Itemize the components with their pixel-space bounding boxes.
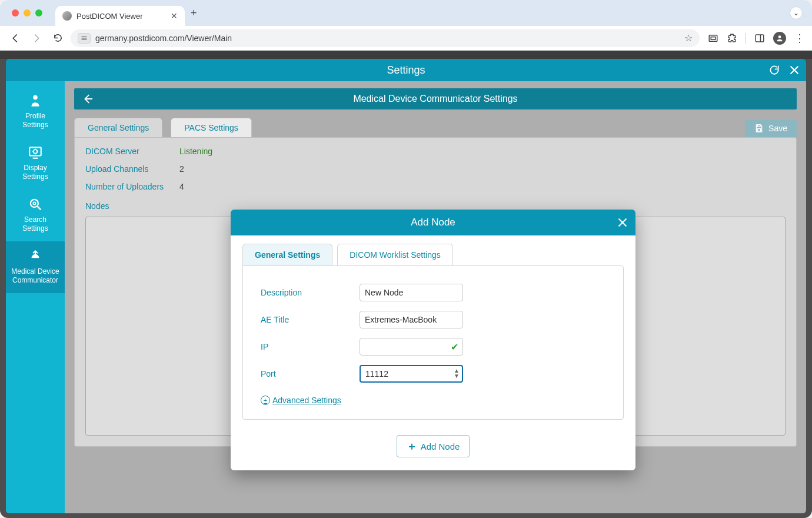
tab-general-settings[interactable]: General Settings: [74, 118, 162, 137]
url-bar[interactable]: germany.postdicom.com/Viewer/Main ☆: [71, 29, 700, 47]
tab-node-general[interactable]: General Settings: [242, 244, 332, 265]
upload-channels-label: Upload Channels: [85, 164, 179, 174]
upload-channels-value: 2: [179, 164, 184, 174]
nav-reload-button[interactable]: [49, 30, 66, 47]
sidebar-item-label: Profile Settings: [22, 112, 48, 130]
save-icon: [754, 124, 764, 133]
browser-tabstrip: PostDICOM Viewer ✕ + ⌄: [0, 0, 812, 26]
aetitle-label: AE Title: [261, 315, 360, 324]
svg-rect-1: [711, 36, 716, 39]
plus-icon: ＋: [407, 439, 417, 453]
sidebar-item-search[interactable]: Search Settings: [6, 190, 65, 241]
add-node-title: Add Node: [411, 217, 455, 228]
sidebar-item-mdc[interactable]: Medical Device Communicator: [6, 241, 65, 293]
svg-rect-11: [757, 129, 760, 131]
sidebar-item-label: Display Settings: [22, 164, 48, 181]
nav-forward-button[interactable]: [28, 30, 45, 47]
uploaders-value: 4: [179, 182, 184, 191]
save-button[interactable]: Save: [745, 119, 797, 137]
url-text: germany.postdicom.com/Viewer/Main: [95, 34, 232, 43]
add-node-button[interactable]: ＋ Add Node: [397, 435, 470, 457]
plus-circle-icon: +: [261, 396, 270, 405]
sidebar-item-display[interactable]: Display Settings: [6, 138, 65, 190]
dicom-server-value: Listening: [179, 147, 212, 156]
settings-title: Settings: [387, 64, 425, 77]
description-label: Description: [261, 288, 360, 297]
modal-close-icon[interactable]: [617, 210, 628, 235]
settings-header: Settings: [6, 59, 806, 81]
back-arrow-icon[interactable]: [81, 88, 94, 109]
extensions-icon[interactable]: [727, 33, 737, 44]
window-close-icon[interactable]: [12, 9, 19, 16]
svg-rect-10: [757, 125, 760, 127]
tab-node-worklist[interactable]: DICOM Worklist Settings: [337, 244, 453, 265]
browser-toolbar: germany.postdicom.com/Viewer/Main ☆ ⋮: [0, 26, 812, 51]
star-icon[interactable]: ☆: [684, 32, 693, 44]
tab-close-icon[interactable]: ✕: [171, 11, 178, 21]
aetitle-input[interactable]: [360, 311, 463, 328]
advanced-settings-link[interactable]: + Advanced Settings: [261, 396, 605, 405]
tab-title: PostDICOM Viewer: [76, 12, 142, 21]
close-icon[interactable]: [788, 64, 800, 76]
stepper-icon[interactable]: ▲▼: [454, 368, 460, 378]
tabstrip-chevron-icon[interactable]: ⌄: [790, 6, 803, 19]
settings-sub-title: Medical Device Communicator Settings: [353, 94, 517, 104]
window-maximize-icon[interactable]: [35, 9, 42, 16]
sidebar-item-label: Medical Device Communicator: [11, 267, 59, 285]
add-node-modal: Add Node General Settings DICOM Worklist…: [231, 210, 635, 470]
browser-tab[interactable]: PostDICOM Viewer ✕: [55, 6, 185, 26]
kebab-menu-icon[interactable]: ⋮: [794, 32, 805, 45]
port-input[interactable]: [360, 365, 463, 383]
svg-rect-0: [709, 35, 717, 41]
svg-rect-6: [29, 147, 41, 155]
uploaders-label: Number of Uploaders: [85, 182, 179, 191]
add-node-form: Description AE Title IP ✔: [242, 265, 624, 420]
sidebar-item-profile[interactable]: Profile Settings: [6, 86, 65, 138]
description-input[interactable]: [360, 284, 463, 301]
tab-pacs-settings[interactable]: PACS Settings: [171, 118, 252, 137]
svg-point-9: [33, 202, 35, 204]
site-info-icon[interactable]: [78, 33, 91, 44]
port-label: Port: [261, 369, 360, 378]
dicom-server-label: DICOM Server: [85, 147, 179, 156]
ip-label: IP: [261, 342, 360, 351]
refresh-icon[interactable]: [768, 64, 780, 76]
settings-sidebar: Profile Settings Display Settings Search…: [6, 81, 65, 513]
favicon-icon: [62, 11, 72, 21]
window-controls: [6, 9, 46, 16]
sidebar-item-label: Search Settings: [22, 215, 48, 233]
svg-rect-2: [756, 35, 764, 42]
svg-point-7: [34, 150, 38, 154]
svg-point-4: [778, 35, 781, 38]
svg-point-5: [33, 95, 38, 100]
new-tab-button[interactable]: +: [191, 7, 197, 19]
ip-input[interactable]: [360, 338, 463, 356]
settings-sub-header: Medical Device Communicator Settings: [74, 88, 797, 109]
sidepanel-icon[interactable]: [754, 33, 765, 44]
profile-icon[interactable]: [773, 32, 786, 45]
check-icon: ✔: [451, 341, 458, 353]
window-minimize-icon[interactable]: [24, 9, 31, 16]
install-app-icon[interactable]: [708, 33, 718, 44]
nav-back-button[interactable]: [7, 30, 24, 47]
add-node-header: Add Node: [231, 210, 635, 235]
